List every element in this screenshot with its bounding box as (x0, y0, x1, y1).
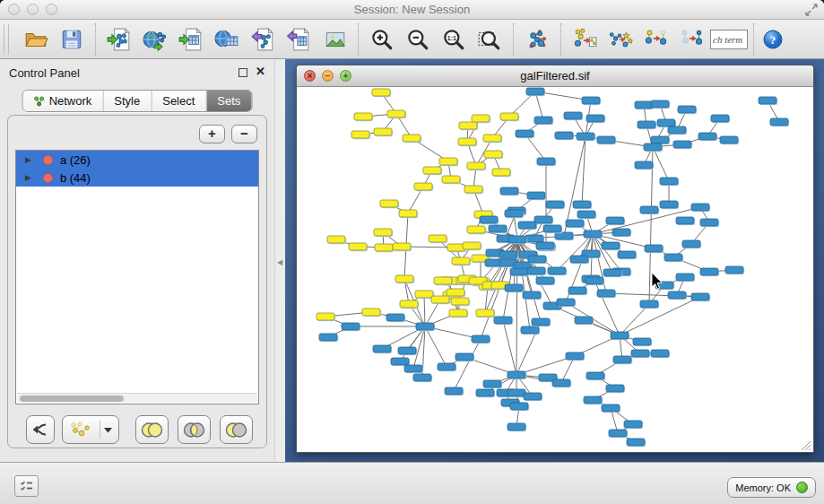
graph-node[interactable] (327, 236, 345, 243)
graph-node[interactable] (577, 211, 595, 218)
graph-node[interactable] (606, 217, 624, 224)
graph-node[interactable] (463, 242, 481, 249)
network-view-window[interactable]: × − + galFiltered.sif (296, 65, 814, 453)
graph-node[interactable] (644, 143, 662, 151)
graph-node[interactable] (445, 387, 463, 395)
graph-node[interactable] (516, 130, 533, 137)
title-bar[interactable]: Session: New Session (0, 0, 824, 20)
graph-node[interactable] (452, 257, 470, 265)
graph-node[interactable] (552, 379, 570, 387)
graph-node[interactable] (640, 206, 658, 213)
sets-list[interactable]: ▶a (26)▶b (44) (15, 150, 259, 404)
add-set-button[interactable]: + (199, 125, 225, 143)
task-list-button[interactable] (14, 475, 39, 497)
graph-node[interactable] (700, 219, 718, 226)
graph-node[interactable] (651, 136, 669, 143)
graph-node[interactable] (423, 167, 441, 174)
graph-node[interactable] (627, 439, 645, 446)
graph-node[interactable] (455, 353, 473, 361)
graph-node[interactable] (523, 291, 541, 299)
graph-node[interactable] (380, 200, 398, 207)
remove-set-button[interactable]: − (231, 125, 257, 143)
graph-node[interactable] (631, 350, 649, 357)
graph-node[interactable] (584, 230, 602, 238)
graph-node[interactable] (725, 266, 743, 274)
graph-node[interactable] (566, 220, 584, 227)
graph-node[interactable] (467, 226, 485, 233)
graph-node[interactable] (476, 309, 494, 317)
graph-node[interactable] (386, 314, 404, 321)
zoom-selected-icon[interactable] (472, 23, 507, 56)
zoom-in-icon[interactable] (364, 23, 400, 56)
graph-node[interactable] (438, 363, 455, 370)
graph-node[interactable] (651, 350, 669, 357)
graph-node[interactable] (415, 291, 433, 298)
graph-node[interactable] (698, 133, 716, 140)
graph-node[interactable] (568, 287, 586, 294)
panel-divider[interactable]: ◀ (274, 59, 285, 462)
graph-node[interactable] (584, 396, 602, 404)
graph-node[interactable] (351, 131, 369, 138)
graph-node[interactable] (557, 299, 575, 306)
graph-node[interactable] (657, 119, 675, 126)
graph-edge[interactable] (653, 147, 669, 181)
set-row[interactable]: ▶b (44) (16, 169, 258, 187)
graph-node[interactable] (416, 323, 434, 330)
graph-node[interactable] (472, 115, 490, 122)
graph-node[interactable] (618, 251, 636, 258)
float-panel-icon[interactable] (239, 68, 247, 77)
graph-node[interactable] (525, 235, 543, 242)
tab-network[interactable]: Network (23, 91, 103, 111)
graph-node[interactable] (449, 309, 467, 317)
graph-node[interactable] (537, 158, 555, 165)
graph-node[interactable] (459, 122, 477, 129)
graph-node[interactable] (528, 256, 546, 263)
graph-node[interactable] (664, 254, 682, 261)
graph-node[interactable] (534, 216, 552, 223)
graph-node[interactable] (372, 89, 390, 96)
tab-style[interactable]: Style (102, 91, 151, 111)
graph-node[interactable] (494, 317, 512, 324)
graph-node[interactable] (691, 293, 709, 300)
graph-node[interactable] (507, 371, 525, 378)
graph-node[interactable] (566, 352, 584, 360)
graph-node[interactable] (635, 161, 653, 169)
graph-node[interactable] (499, 251, 517, 258)
graph-node[interactable] (510, 403, 528, 410)
graph-node[interactable] (505, 210, 523, 217)
graph-edge[interactable] (503, 320, 516, 375)
graph-node[interactable] (374, 128, 392, 135)
graph-node[interactable] (573, 201, 591, 208)
export-network-icon[interactable] (245, 23, 281, 56)
graph-node[interactable] (500, 113, 518, 120)
graph-node[interactable] (613, 356, 631, 363)
graph-node[interactable] (458, 138, 476, 145)
save-session-icon[interactable] (54, 23, 90, 56)
graph-node[interactable] (624, 421, 642, 428)
graph-node[interactable] (660, 178, 678, 185)
fullscreen-icon[interactable] (804, 3, 819, 17)
graph-node[interactable] (317, 313, 334, 320)
graph-node[interactable] (524, 393, 542, 400)
new-network-selected-nodes-all-edges-icon[interactable] (567, 23, 603, 56)
graph-node[interactable] (577, 133, 594, 140)
graph-node[interactable] (536, 277, 554, 284)
graph-node[interactable] (395, 275, 413, 282)
graph-node[interactable] (527, 192, 545, 199)
graph-node[interactable] (476, 389, 494, 396)
graph-node[interactable] (543, 225, 561, 232)
graph-node[interactable] (375, 244, 393, 251)
graph-node[interactable] (374, 229, 392, 236)
graph-node[interactable] (612, 229, 630, 236)
export-table-icon[interactable] (281, 23, 317, 56)
graph-node[interactable] (609, 430, 627, 437)
graph-node[interactable] (676, 217, 694, 224)
graph-node[interactable] (638, 121, 655, 128)
graph-node[interactable] (546, 201, 564, 208)
graph-node[interactable] (434, 277, 452, 284)
new-network-selected-nodes-selected-edges-icon[interactable] (603, 23, 638, 56)
graph-node[interactable] (526, 88, 544, 95)
import-network-web-icon[interactable] (137, 23, 173, 56)
graph-node[interactable] (603, 269, 621, 276)
graph-node[interactable] (447, 289, 464, 296)
